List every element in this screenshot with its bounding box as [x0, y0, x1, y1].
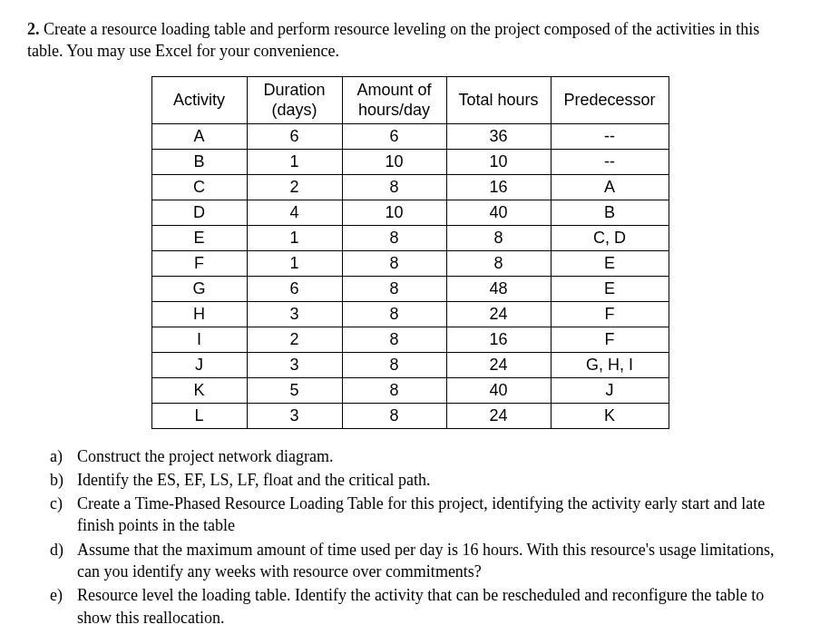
cell-predecessor: E	[551, 276, 669, 301]
cell-duration: 4	[247, 200, 342, 225]
table-row: H3824F	[151, 301, 669, 327]
cell-predecessor: K	[551, 403, 669, 428]
cell-duration: 3	[247, 301, 342, 327]
cell-activity: B	[151, 149, 247, 174]
cell-duration: 3	[247, 352, 342, 377]
cell-predecessor: F	[551, 301, 669, 327]
question-letter: b)	[50, 469, 63, 491]
cell-activity: D	[151, 200, 247, 225]
table-row: K5840J	[151, 377, 669, 403]
cell-predecessor: --	[551, 123, 669, 149]
cell-amount: 8	[342, 174, 446, 200]
cell-predecessor: F	[551, 327, 669, 352]
questions-list: a)Construct the project network diagram.…	[27, 445, 793, 629]
cell-total: 10	[446, 149, 551, 174]
table-row: B11010--	[151, 149, 669, 174]
question-item: a)Construct the project network diagram.	[77, 445, 793, 467]
question-letter: e)	[50, 584, 63, 606]
cell-duration: 2	[247, 327, 342, 352]
cell-activity: I	[151, 327, 247, 352]
table-body: A6636--B11010--C2816AD41040BE188C, DF188…	[151, 123, 669, 428]
question-letter: a)	[50, 445, 63, 467]
question-letter: d)	[50, 539, 63, 561]
cell-activity: E	[151, 225, 247, 250]
cell-predecessor: C, D	[551, 225, 669, 250]
cell-amount: 8	[342, 352, 446, 377]
cell-predecessor: --	[551, 149, 669, 174]
cell-activity: A	[151, 123, 247, 149]
problem-intro: 2. Create a resource loading table and p…	[27, 18, 793, 63]
cell-total: 40	[446, 200, 551, 225]
cell-duration: 3	[247, 403, 342, 428]
cell-amount: 8	[342, 250, 446, 276]
cell-predecessor: G, H, I	[551, 352, 669, 377]
cell-duration: 1	[247, 225, 342, 250]
cell-predecessor: J	[551, 377, 669, 403]
cell-amount: 8	[342, 377, 446, 403]
question-text: Create a Time-Phased Resource Loading Ta…	[77, 494, 765, 534]
table-row: A6636--	[151, 123, 669, 149]
question-letter: c)	[50, 493, 63, 514]
cell-total: 48	[446, 276, 551, 301]
cell-amount: 8	[342, 225, 446, 250]
problem-text: Create a resource loading table and perf…	[27, 20, 759, 60]
cell-duration: 5	[247, 377, 342, 403]
question-text: Construct the project network diagram.	[77, 447, 333, 465]
question-item: b)Identify the ES, EF, LS, LF, float and…	[77, 469, 793, 491]
cell-predecessor: A	[551, 174, 669, 200]
cell-amount: 10	[342, 149, 446, 174]
cell-total: 16	[446, 327, 551, 352]
cell-duration: 6	[247, 276, 342, 301]
question-text: Assume that the maximum amount of time u…	[77, 541, 775, 581]
header-amount: Amount of hours/day	[342, 76, 446, 123]
cell-amount: 8	[342, 276, 446, 301]
table-row: L3824K	[151, 403, 669, 428]
table-row: I2816F	[151, 327, 669, 352]
cell-amount: 8	[342, 327, 446, 352]
cell-predecessor: E	[551, 250, 669, 276]
cell-total: 16	[446, 174, 551, 200]
cell-activity: H	[151, 301, 247, 327]
header-predecessor: Predecessor	[551, 76, 669, 123]
cell-amount: 8	[342, 301, 446, 327]
question-text: Resource level the loading table. Identi…	[77, 586, 764, 626]
cell-total: 8	[446, 225, 551, 250]
problem-number: 2.	[27, 20, 40, 38]
table-row: D41040B	[151, 200, 669, 225]
cell-activity: G	[151, 276, 247, 301]
table-row: G6848E	[151, 276, 669, 301]
cell-predecessor: B	[551, 200, 669, 225]
cell-total: 24	[446, 403, 551, 428]
header-total: Total hours	[446, 76, 551, 123]
cell-amount: 6	[342, 123, 446, 149]
table-row: J3824G, H, I	[151, 352, 669, 377]
cell-activity: K	[151, 377, 247, 403]
cell-duration: 6	[247, 123, 342, 149]
cell-total: 40	[446, 377, 551, 403]
question-item: e)Resource level the loading table. Iden…	[77, 584, 793, 629]
cell-total: 36	[446, 123, 551, 149]
question-item: d)Assume that the maximum amount of time…	[77, 539, 793, 583]
cell-activity: J	[151, 352, 247, 377]
cell-duration: 1	[247, 149, 342, 174]
cell-duration: 2	[247, 174, 342, 200]
cell-amount: 10	[342, 200, 446, 225]
table-header-row: Activity Duration (days) Amount of hours…	[151, 76, 669, 123]
activity-table: Activity Duration (days) Amount of hours…	[151, 76, 669, 429]
cell-activity: C	[151, 174, 247, 200]
table-row: E188C, D	[151, 225, 669, 250]
question-text: Identify the ES, EF, LS, LF, float and t…	[77, 471, 431, 489]
header-activity: Activity	[151, 76, 247, 123]
cell-total: 24	[446, 301, 551, 327]
cell-total: 8	[446, 250, 551, 276]
table-row: C2816A	[151, 174, 669, 200]
cell-activity: L	[151, 403, 247, 428]
cell-total: 24	[446, 352, 551, 377]
cell-amount: 8	[342, 403, 446, 428]
table-container: Activity Duration (days) Amount of hours…	[27, 76, 793, 429]
cell-duration: 1	[247, 250, 342, 276]
table-row: F188E	[151, 250, 669, 276]
header-duration: Duration (days)	[247, 76, 342, 123]
question-item: c)Create a Time-Phased Resource Loading …	[77, 493, 793, 537]
cell-activity: F	[151, 250, 247, 276]
